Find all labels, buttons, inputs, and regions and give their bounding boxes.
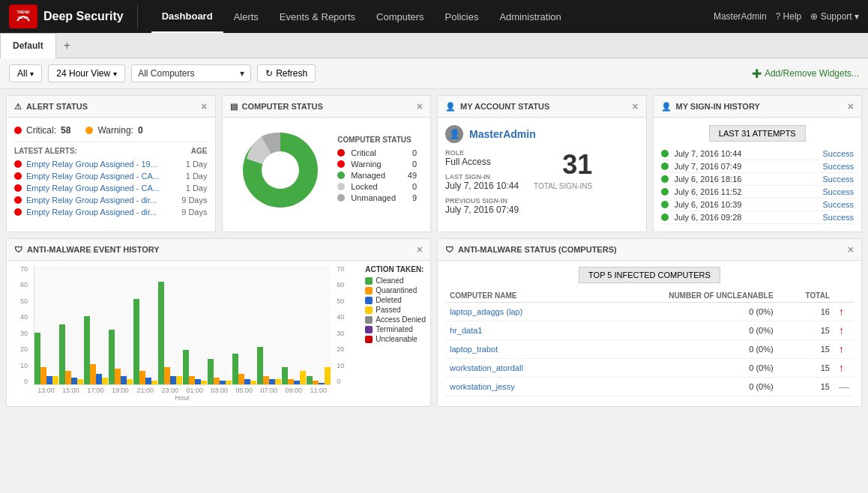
alert-item-link[interactable]: Empty Relay Group Assigned - CA...	[14, 172, 160, 181]
computer-name-cell[interactable]: workstation_jessy	[445, 378, 585, 396]
cs-legend-dot	[337, 160, 345, 168]
top5-button[interactable]: TOP 5 INFECTED COMPUTERS	[579, 267, 720, 283]
hour-view-button[interactable]: 24 Hour View ▾	[48, 64, 125, 82]
infected-computers-table: COMPUTER NAME NUMBER OF UNCLEANABLE TOTA…	[445, 289, 854, 396]
anti-malware-history-widget: 🛡 ANTI-MALWARE EVENT HISTORY × 70 60 50 …	[6, 238, 431, 407]
chart-area: 13:00 15:00 17:00 19:00 21:00 23:00 01:0…	[34, 265, 331, 402]
legend-label: Cleaned	[376, 276, 403, 285]
nav-alerts[interactable]: Alerts	[223, 0, 269, 33]
signin-date: July 6, 2016 09:28	[675, 213, 817, 222]
attempts-button[interactable]: LAST 31 ATTEMPTS	[709, 125, 806, 142]
nav-events-reports[interactable]: Events & Reports	[269, 0, 366, 33]
nav-right: MasterAdmin ? Help ⊕ Support ▾	[714, 11, 859, 22]
alert-item-link[interactable]: Empty Relay Group Assigned - CA...	[14, 184, 160, 193]
signin-status-link[interactable]: Success	[822, 187, 854, 196]
col-uncleanable: NUMBER OF UNCLEANABLE	[585, 289, 777, 303]
table-row: hr_data1 0 (0%) 15 ↑	[445, 321, 854, 340]
trend-cell: ↑	[834, 359, 854, 378]
computer-name-cell[interactable]: laptop_trabot	[445, 340, 585, 359]
alert-item-link[interactable]: Empty Relay Group Assigned - dir...	[14, 196, 157, 205]
bar	[139, 371, 145, 384]
bar-group	[282, 265, 306, 384]
bar	[121, 376, 127, 384]
cs-legend-value: 0	[402, 148, 417, 157]
col-total: TOTAL	[778, 289, 834, 303]
signin-date: July 7, 2016 10:44	[675, 149, 817, 158]
computer-name-cell[interactable]: workstation_atordall	[445, 359, 585, 378]
signin-item: July 7, 2016 10:44 Success	[661, 148, 855, 160]
signin-status-link[interactable]: Success	[822, 200, 854, 209]
anti-malware-status-widget: 🛡 ANTI-MALWARE STATUS (COMPUTERS) × TOP …	[437, 238, 862, 407]
bar	[40, 367, 46, 384]
bar	[96, 374, 102, 384]
nav-administration[interactable]: Administration	[489, 0, 571, 33]
legend-label: Access Denied	[376, 315, 426, 324]
cs-legend-dot	[337, 194, 345, 202]
tab-default[interactable]: Default	[0, 33, 56, 58]
alert-item-age: 1 Day	[186, 160, 208, 169]
computer-name-cell[interactable]: hr_data1	[445, 321, 585, 340]
alert-status-close[interactable]: ×	[201, 100, 207, 112]
cs-legend-label: Critical	[351, 148, 376, 157]
legend-label: Quarantined	[376, 286, 417, 294]
signin-history-widget: 👤 MY SIGN-IN HISTORY × LAST 31 ATTEMPTS …	[653, 95, 863, 232]
computers-select[interactable]: All Computers ▾	[131, 64, 251, 82]
chart-legend-items: Cleaned Quarantined Deleted Passed Acces…	[365, 276, 426, 343]
bar	[189, 376, 195, 384]
cs-legend-dot	[337, 172, 345, 179]
signin-list: July 7, 2016 10:44 Success July 7, 2016 …	[661, 148, 855, 224]
add-widgets-button[interactable]: ✚ Add/Remove Widgets...	[752, 67, 859, 81]
nav-computers[interactable]: Computers	[366, 0, 435, 33]
anti-malware-status-close[interactable]: ×	[848, 244, 854, 255]
bar	[257, 347, 263, 384]
all-filter-button[interactable]: All ▾	[9, 64, 42, 82]
computer-status-widget: ▤ COMPUTER STATUS × COMPUTER STATU	[222, 95, 432, 232]
bar	[226, 381, 232, 384]
signin-status-link[interactable]: Success	[822, 149, 854, 158]
alert-item-text: Empty Relay Group Assigned - CA...	[26, 184, 160, 193]
nav-policies[interactable]: Policies	[435, 0, 489, 33]
bar	[232, 354, 238, 384]
computer-status-close[interactable]: ×	[417, 100, 423, 112]
nav-help[interactable]: ? Help	[776, 11, 802, 22]
signin-history-close[interactable]: ×	[848, 100, 854, 112]
bar-group	[133, 265, 157, 384]
legend-color-dot	[365, 316, 373, 324]
chart-y-axis-left: 70 60 50 40 30 20 10 0	[11, 265, 28, 385]
brand-logo: TREND MICRO	[9, 4, 37, 28]
nav-support[interactable]: ⊕ Support ▾	[810, 11, 859, 22]
tab-add-button[interactable]: +	[56, 33, 78, 58]
warning-count: Warning: 0	[85, 125, 142, 136]
alert-item-dot	[14, 208, 22, 216]
alert-item-text: Empty Relay Group Assigned - dir...	[26, 208, 157, 217]
alert-item-link[interactable]: Empty Relay Group Assigned - dir...	[14, 208, 157, 217]
anti-malware-history-close[interactable]: ×	[417, 244, 423, 255]
nav-user[interactable]: MasterAdmin	[714, 11, 767, 22]
bar-group	[34, 265, 58, 384]
uncleanable-cell: 0 (0%)	[585, 340, 777, 359]
account-status-close[interactable]: ×	[632, 100, 638, 112]
legend-color-dot	[365, 287, 373, 294]
bar	[46, 376, 52, 384]
cs-legend-label: Managed	[351, 171, 385, 180]
refresh-button[interactable]: ↻ Refresh	[257, 64, 316, 82]
computer-icon: ▤	[230, 102, 238, 112]
legend-label: Uncleanable	[376, 335, 418, 343]
legend-item: Uncleanable	[365, 335, 426, 343]
legend-item: Access Denied	[365, 315, 426, 324]
legend-item: Quarantined	[365, 286, 426, 294]
signin-status-dot	[661, 150, 669, 157]
bar-group	[109, 265, 133, 384]
signin-status-link[interactable]: Success	[822, 213, 854, 222]
uncleanable-cell: 0 (0%)	[585, 303, 777, 321]
account-user: 👤 MasterAdmin	[445, 125, 639, 143]
signin-status-link[interactable]: Success	[822, 175, 854, 184]
alert-item-link[interactable]: Empty Relay Group Assigned - 19...	[14, 160, 157, 169]
signin-status-link[interactable]: Success	[822, 162, 854, 171]
hour-view-arrow: ▾	[113, 70, 117, 78]
nav-dashboard[interactable]: Dashboard	[151, 0, 223, 33]
bar-group	[307, 265, 331, 384]
bar	[71, 378, 77, 384]
computer-name-cell[interactable]: laptop_adaggs (lap)	[445, 303, 585, 321]
svg-text:TREND: TREND	[16, 10, 30, 14]
